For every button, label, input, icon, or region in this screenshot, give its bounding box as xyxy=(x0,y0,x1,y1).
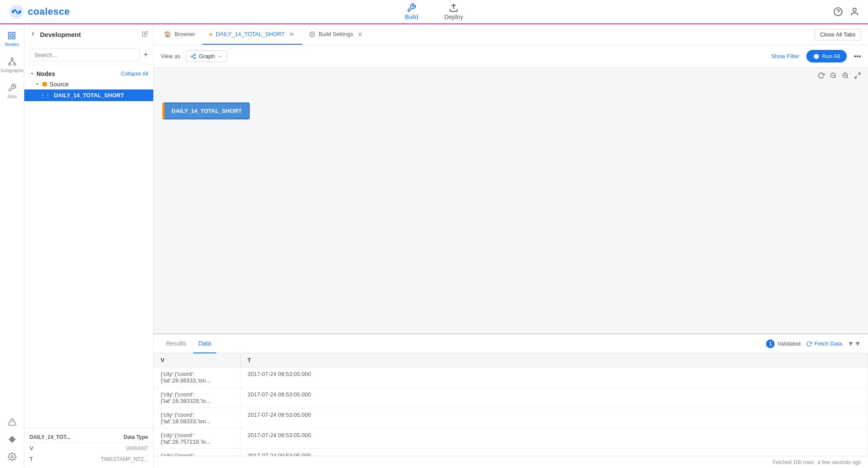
tab-results[interactable]: Results xyxy=(161,334,191,353)
table-row: {'city':{'coord':{'lat':12.96667,'lon...… xyxy=(154,449,868,456)
logo-text: coalesce xyxy=(28,6,70,17)
table-row: {'city':{'coord':{'lat':16.383329,'lo...… xyxy=(154,388,868,408)
data-col-type-0: VARIANT xyxy=(126,445,148,452)
toolbar: View as Graph Show Filter xyxy=(154,45,868,68)
tabs-right: Close All Tabs xyxy=(815,24,865,45)
data-table: V T {'city':{'coord':{'lat':28.98333,'lo… xyxy=(154,353,868,456)
th-v-label: V xyxy=(161,357,165,363)
sidebar-jobs-label: Jobs xyxy=(7,94,17,99)
close-all-tabs-button[interactable]: Close All Tabs xyxy=(815,29,861,40)
zoom-in-button[interactable] xyxy=(842,72,849,81)
svg-point-6 xyxy=(853,8,856,11)
more-options-button[interactable]: ••• xyxy=(854,53,861,60)
time-text: a few seconds ago xyxy=(818,459,861,465)
run-all-label: Run All xyxy=(822,53,840,59)
graph-canvas: DAILY_14_TOTAL_SHORT xyxy=(154,85,868,333)
run-all-button[interactable]: Run All xyxy=(806,50,847,63)
th-t: T xyxy=(241,353,868,367)
help-icon[interactable] xyxy=(833,7,843,16)
td-t-2: 2017-07-24 09:53:05.000 xyxy=(241,408,868,428)
svg-rect-9 xyxy=(13,36,15,39)
td-t-1: 2017-07-24 09:53:05.000 xyxy=(241,388,868,408)
results-tabs: Results Data 1 Validated Fet xyxy=(154,334,868,353)
svg-point-19 xyxy=(311,33,313,35)
collapse-results-button[interactable]: ▼▼ xyxy=(847,340,861,348)
nav-build-label: Build xyxy=(405,13,418,20)
th-t-label: T xyxy=(248,357,251,363)
nav-deploy-label: Deploy xyxy=(444,13,463,20)
home-icon: 🏠 xyxy=(164,31,171,37)
tree-item-daily14[interactable]: ⋮⋮ DAILY_14_TOTAL_SHORT xyxy=(24,89,153,101)
sidebar-item-subgraphs[interactable]: Subgraphs xyxy=(0,57,23,73)
edit-button[interactable] xyxy=(142,31,148,38)
td-v-3: {'city':{'coord':{'lat':26.757219,'lo... xyxy=(154,428,241,448)
tab-build-settings[interactable]: Build Settings ✕ xyxy=(302,24,371,45)
source-dot-icon xyxy=(43,82,47,86)
tab-data-label: Data xyxy=(198,340,211,347)
sidebar-bottom xyxy=(8,418,17,461)
nav-deploy[interactable]: Deploy xyxy=(444,3,463,20)
graph-node-daily14[interactable]: DAILY_14_TOTAL_SHORT xyxy=(162,102,250,119)
refresh-button[interactable] xyxy=(818,72,825,81)
collapse-all-button[interactable]: Collapse All xyxy=(121,71,148,77)
sidebar-settings-icon[interactable] xyxy=(8,452,17,461)
run-icon xyxy=(813,53,819,59)
status-bar: Fetched 100 rows a few seconds ago xyxy=(154,456,868,468)
main-layout: Nodes Subgraphs Jobs xyxy=(0,24,868,468)
tree-header-nodes[interactable]: Nodes Collapse All xyxy=(24,69,153,79)
fetched-text: Fetched 100 rows xyxy=(773,459,814,465)
nav-build[interactable]: Build xyxy=(405,3,418,20)
svg-rect-7 xyxy=(9,33,11,35)
sidebar-item-nodes[interactable]: Nodes xyxy=(5,31,19,47)
show-filter-button[interactable]: Show Filter xyxy=(771,53,799,59)
tree-source-label: Source xyxy=(50,81,69,88)
zoom-out-button[interactable] xyxy=(830,72,837,81)
th-v: V xyxy=(154,353,241,367)
td-v-0: {'city':{'coord':{'lat':28.98333,'lon... xyxy=(154,367,241,387)
tree-section: Nodes Collapse All Source ⋮⋮ DAILY_14_TO… xyxy=(24,65,153,428)
view-dropdown-label: Graph xyxy=(199,53,215,59)
tab-results-label: Results xyxy=(166,340,186,347)
tab-build-settings-label: Build Settings xyxy=(319,31,353,37)
tree-source-header[interactable]: Source xyxy=(24,79,153,89)
chevron-down-icon xyxy=(217,54,222,59)
nav-center: Build Deploy xyxy=(405,3,463,20)
sidebar-item-jobs[interactable]: Jobs xyxy=(7,83,17,99)
svg-line-23 xyxy=(192,56,194,57)
search-input[interactable] xyxy=(30,49,140,61)
fetch-data-button[interactable]: Fetch Data xyxy=(806,340,842,347)
file-panel-title: Development xyxy=(40,31,139,38)
td-t-3: 2017-07-24 09:53:05.000 xyxy=(241,428,868,448)
svg-rect-8 xyxy=(13,33,15,35)
gear-icon xyxy=(309,31,315,37)
content-area: 🏠 Browser ● DAILY_14_TOTAL_SHORT ✕ Build… xyxy=(154,24,868,468)
tab-daily14[interactable]: ● DAILY_14_TOTAL_SHORT ✕ xyxy=(202,24,302,45)
tab-build-settings-close[interactable]: ✕ xyxy=(356,31,363,38)
tab-data[interactable]: Data xyxy=(193,334,217,353)
sidebar-diamond-icon[interactable] xyxy=(8,435,17,444)
view-dropdown[interactable]: Graph xyxy=(185,50,227,62)
tab-orange-dot-icon: ● xyxy=(209,31,212,37)
user-icon[interactable] xyxy=(850,7,859,16)
sidebar-alert-icon[interactable] xyxy=(8,418,17,426)
tab-browser[interactable]: 🏠 Browser xyxy=(157,24,202,45)
refresh-small-icon xyxy=(806,341,812,347)
toolbar-right: Show Filter Run All ••• xyxy=(771,50,861,63)
validated-label: Validated xyxy=(777,340,800,347)
sidebar-subgraphs-label: Subgraphs xyxy=(0,68,23,73)
add-button[interactable]: + xyxy=(143,50,148,59)
tab-daily14-close[interactable]: ✕ xyxy=(288,31,295,38)
data-col-type-1: TIMESTAMP_NTZ... xyxy=(101,456,148,462)
svg-point-11 xyxy=(11,58,13,60)
data-row-1: T TIMESTAMP_NTZ... xyxy=(24,454,153,465)
fit-view-button[interactable] xyxy=(854,72,861,81)
svg-point-13 xyxy=(13,63,16,65)
svg-point-21 xyxy=(191,56,193,57)
back-button[interactable] xyxy=(30,30,36,39)
results-pane: Results Data 1 Validated Fet xyxy=(154,333,868,468)
icon-sidebar: Nodes Subgraphs Jobs xyxy=(0,24,24,468)
svg-point-22 xyxy=(194,57,196,59)
data-col-name-0: V xyxy=(30,445,126,452)
data-col-header: DAILY_14_TOT... Data Type xyxy=(24,432,153,443)
svg-rect-10 xyxy=(9,36,11,39)
